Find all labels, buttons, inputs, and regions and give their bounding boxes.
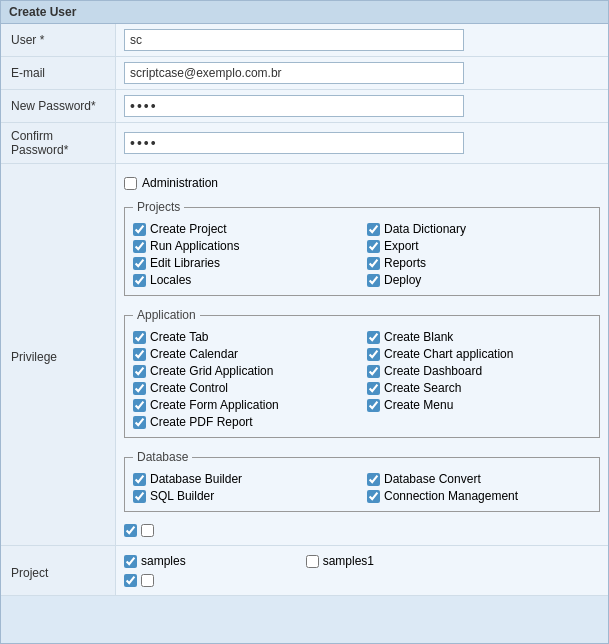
project-row: Project samples samples1 [1, 546, 608, 596]
create-calendar-checkbox[interactable] [133, 348, 146, 361]
data-dictionary-checkbox[interactable] [367, 223, 380, 236]
list-item: Edit Libraries [133, 256, 357, 270]
list-item: Create Form Application [133, 398, 357, 412]
create-project-checkbox[interactable] [133, 223, 146, 236]
list-item: SQL Builder [133, 489, 357, 503]
create-form-checkbox[interactable] [133, 399, 146, 412]
projects-checkbox-grid: Create Project Data Dictionary Run Appli… [133, 222, 591, 287]
email-input[interactable] [124, 62, 464, 84]
list-item: Create Tab [133, 330, 357, 344]
projects-fieldset: Projects Create Project Data Dictionary [124, 200, 600, 296]
projects-legend: Projects [133, 200, 184, 214]
create-user-panel: Create User User * E-mail New Password* [0, 0, 609, 644]
create-tab-checkbox[interactable] [133, 331, 146, 344]
deploy-checkbox[interactable] [367, 274, 380, 287]
create-chart-checkbox[interactable] [367, 348, 380, 361]
email-value-cell [116, 57, 608, 89]
edit-libraries-checkbox[interactable] [133, 257, 146, 270]
list-item: Create Search [367, 381, 591, 395]
create-blank-checkbox[interactable] [367, 331, 380, 344]
user-row: User * [1, 24, 608, 57]
list-item: Create Grid Application [133, 364, 357, 378]
list-item: Deploy [367, 273, 591, 287]
list-item: Export [367, 239, 591, 253]
list-item: Data Dictionary [367, 222, 591, 236]
confirm-password-row: Confirm Password* [1, 123, 608, 164]
create-pdf-checkbox[interactable] [133, 416, 146, 429]
user-value-cell [116, 24, 608, 56]
application-fieldset: Application Create Tab Create Blank C [124, 308, 600, 438]
list-item: Create Chart application [367, 347, 591, 361]
list-item: Create Dashboard [367, 364, 591, 378]
samples1-checkbox[interactable] [306, 555, 319, 568]
list-item: Locales [133, 273, 357, 287]
email-label: E-mail [1, 57, 116, 89]
list-item: Connection Management [367, 489, 591, 503]
reports-checkbox[interactable] [367, 257, 380, 270]
list-item: Run Applications [133, 239, 357, 253]
panel-title: Create User [1, 1, 608, 24]
application-legend: Application [133, 308, 200, 322]
list-item: Create Calendar [133, 347, 357, 361]
list-item: Create Blank [367, 330, 591, 344]
administration-checkbox[interactable] [124, 177, 137, 190]
sql-builder-checkbox[interactable] [133, 490, 146, 503]
administration-label: Administration [142, 176, 218, 190]
samples-checkbox[interactable] [124, 555, 137, 568]
administration-row: Administration [124, 172, 218, 194]
list-item: Reports [367, 256, 591, 270]
list-item: Database Builder [133, 472, 357, 486]
user-input[interactable] [124, 29, 464, 51]
export-checkbox[interactable] [367, 240, 380, 253]
confirm-input[interactable] [124, 132, 464, 154]
list-item: samples [124, 554, 186, 568]
confirm-label: Confirm Password* [1, 123, 116, 163]
list-item: Database Convert [367, 472, 591, 486]
create-grid-checkbox[interactable] [133, 365, 146, 378]
project-samples-row: samples samples1 [124, 554, 374, 568]
privilege-bottom-checkboxes [124, 524, 154, 537]
project-check2[interactable] [141, 574, 154, 587]
privilege-label: Privilege [1, 164, 116, 545]
password-value-cell [116, 90, 608, 122]
database-legend: Database [133, 450, 192, 464]
password-row: New Password* [1, 90, 608, 123]
database-checkbox-grid: Database Builder Database Convert SQL Bu… [133, 472, 591, 503]
privilege-check2[interactable] [141, 524, 154, 537]
connection-management-checkbox[interactable] [367, 490, 380, 503]
privilege-row: Privilege Administration Projects Create… [1, 164, 608, 546]
privilege-value-cell: Administration Projects Create Project D… [116, 164, 608, 545]
database-builder-checkbox[interactable] [133, 473, 146, 486]
email-row: E-mail [1, 57, 608, 90]
run-applications-checkbox[interactable] [133, 240, 146, 253]
create-search-checkbox[interactable] [367, 382, 380, 395]
user-label: User * [1, 24, 116, 56]
project-label: Project [1, 546, 116, 595]
project-value-cell: samples samples1 [116, 546, 608, 595]
list-item: Create Menu [367, 398, 591, 412]
create-menu-checkbox[interactable] [367, 399, 380, 412]
list-item: Create Project [133, 222, 357, 236]
project-check1[interactable] [124, 574, 137, 587]
list-item: Create Control [133, 381, 357, 395]
database-fieldset: Database Database Builder Database Conve… [124, 450, 600, 512]
create-dashboard-checkbox[interactable] [367, 365, 380, 378]
list-item: samples1 [306, 554, 374, 568]
privilege-check1[interactable] [124, 524, 137, 537]
application-checkbox-grid: Create Tab Create Blank Create Calendar [133, 330, 591, 429]
project-bottom-checkboxes [124, 574, 154, 587]
create-control-checkbox[interactable] [133, 382, 146, 395]
list-item: Create PDF Report [133, 415, 357, 429]
locales-checkbox[interactable] [133, 274, 146, 287]
database-convert-checkbox[interactable] [367, 473, 380, 486]
password-input[interactable] [124, 95, 464, 117]
confirm-value-cell [116, 127, 608, 159]
password-label: New Password* [1, 90, 116, 122]
